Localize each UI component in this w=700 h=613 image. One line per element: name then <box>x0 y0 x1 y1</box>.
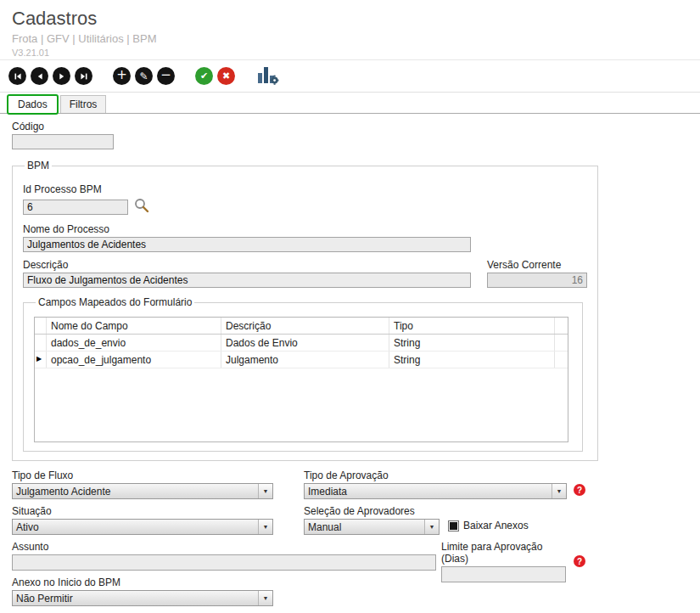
confirm-button[interactable]: ✔ <box>195 67 213 85</box>
breadcrumb: Frota | GFV | Utilitários | BPM <box>12 32 700 45</box>
bpm-groupbox: BPM Id Processo BPM Nome do Processo Des… <box>12 160 598 461</box>
tab-filtros[interactable]: Filtros <box>60 95 107 113</box>
id-processo-field: Id Processo BPM <box>23 183 587 217</box>
search-icon[interactable] <box>133 197 150 217</box>
page-title: Cadastros <box>12 8 700 30</box>
chevron-down-icon: ▼ <box>258 591 272 605</box>
assunto-input[interactable] <box>12 554 436 571</box>
id-processo-input[interactable] <box>23 200 128 215</box>
anexo-inicio-label: Anexo no Inicio do BPM <box>12 576 273 588</box>
codigo-input[interactable] <box>12 134 114 149</box>
toolbar: + ✎ − ✔ ✖ <box>0 60 700 93</box>
nome-processo-field: Nome do Processo <box>23 223 587 252</box>
chevron-down-icon: ▼ <box>424 520 439 534</box>
row-selector <box>35 335 47 351</box>
cell-nome: dados_de_envio <box>47 335 221 351</box>
previous-icon <box>35 71 45 82</box>
pencil-icon: ✎ <box>139 71 148 82</box>
row-selector-arrow-icon: ▶ <box>35 351 47 368</box>
descricao-label: Descrição <box>23 259 471 271</box>
baixar-anexos-checkbox[interactable]: Baixar Anexos <box>448 520 529 531</box>
tipo-aprovacao-field: Tipo de Aprovação Imediata ▼ <box>304 470 567 499</box>
help-icon[interactable]: ? <box>574 555 585 567</box>
selecao-aprovadores-field: Seleção de Aprovadores Manual ▼ <box>304 505 440 535</box>
versao-corrente-label: Versão Corrente <box>487 259 587 271</box>
plus-icon: + <box>116 69 127 82</box>
versao-corrente-field: Versão Corrente <box>487 259 587 288</box>
tab-dados[interactable]: Dados <box>7 94 59 115</box>
cell-tipo: String <box>389 335 555 351</box>
anexo-inicio-field: Anexo no Inicio do BPM Não Permitir ▼ <box>12 576 273 606</box>
campos-group-title: Campos Mapeados do Formulário <box>36 296 194 308</box>
chevron-down-icon: ▼ <box>258 520 272 534</box>
cell-tipo: String <box>389 351 555 368</box>
assunto-field: Assunto <box>12 541 436 571</box>
descricao-field: Descrição <box>23 259 471 288</box>
next-icon <box>57 71 67 82</box>
remove-button[interactable]: − <box>157 67 175 85</box>
nav-first-button[interactable] <box>8 67 26 85</box>
descricao-input[interactable] <box>23 273 471 288</box>
checkbox-box <box>448 520 459 531</box>
nav-next-button[interactable] <box>53 67 70 85</box>
selector-header-cell <box>35 318 47 334</box>
first-icon <box>13 71 23 82</box>
tab-bar: Dados Filtros <box>0 93 700 114</box>
tipo-fluxo-select[interactable]: Julgamento Acidente ▼ <box>12 483 273 499</box>
campos-grid: Nome do Campo Descrição Tipo dados_de_en… <box>34 317 568 442</box>
selecao-aprovadores-label: Seleção de Aprovadores <box>304 505 440 517</box>
tipo-fluxo-field: Tipo de Fluxo Julgamento Acidente ▼ <box>12 470 273 499</box>
nav-previous-button[interactable] <box>31 67 48 85</box>
check-icon: ✔ <box>200 71 208 81</box>
selecao-aprovadores-select[interactable]: Manual ▼ <box>304 519 440 535</box>
chart-settings-button[interactable] <box>257 65 279 87</box>
nome-processo-label: Nome do Processo <box>23 223 587 235</box>
limite-aprovacao-field: Limite para Aprovação (Dias) <box>441 541 566 582</box>
codigo-label: Código <box>12 121 688 132</box>
cell-descricao: Dados de Envio <box>221 335 389 351</box>
versao-corrente-input[interactable] <box>487 273 587 288</box>
nav-last-button[interactable] <box>75 67 92 85</box>
baixar-anexos-label: Baixar Anexos <box>463 520 529 531</box>
limite-aprovacao-input[interactable] <box>441 566 566 582</box>
version-label: V3.21.01 <box>12 48 700 58</box>
descricao-row: Descrição Versão Corrente <box>23 259 587 288</box>
column-header-nome[interactable]: Nome do Campo <box>47 318 221 334</box>
column-header-tipo[interactable]: Tipo <box>389 318 555 334</box>
app-header: Cadastros Frota | GFV | Utilitários | BP… <box>0 0 700 60</box>
grid-header-row: Nome do Campo Descrição Tipo <box>35 318 568 335</box>
chevron-down-icon: ▼ <box>552 484 566 498</box>
edit-button[interactable]: ✎ <box>135 67 153 85</box>
cell-descricao: Julgamento <box>221 351 389 368</box>
chevron-down-icon: ▼ <box>258 484 272 498</box>
assunto-label: Assunto <box>12 541 436 553</box>
tipo-fluxo-label: Tipo de Fluxo <box>12 470 273 481</box>
situacao-label: Situação <box>12 505 273 517</box>
add-button[interactable]: + <box>113 67 131 85</box>
table-row-selected[interactable]: ▶ opcao_de_julgamento Julgamento String <box>35 351 568 368</box>
column-header-filler <box>555 318 568 334</box>
codigo-field: Código <box>12 121 688 149</box>
situacao-field: Situação Ativo ▼ <box>12 505 273 535</box>
id-processo-label: Id Processo BPM <box>23 183 587 195</box>
tipo-aprovacao-label: Tipo de Aprovação <box>304 470 567 481</box>
situacao-select[interactable]: Ativo ▼ <box>12 519 273 535</box>
cell-nome: opcao_de_julgamento <box>47 351 221 368</box>
close-icon: ✖ <box>222 71 230 81</box>
minus-icon: − <box>160 69 171 82</box>
lower-form: Tipo de Fluxo Julgamento Acidente ▼ Tipo… <box>12 470 688 610</box>
cancel-button[interactable]: ✖ <box>217 67 235 85</box>
campos-groupbox: Campos Mapeados do Formulário Nome do Ca… <box>23 296 583 452</box>
last-icon <box>79 71 89 82</box>
help-icon[interactable]: ? <box>574 484 585 496</box>
bpm-group-title: BPM <box>25 160 52 172</box>
table-row[interactable]: dados_de_envio Dados de Envio String <box>35 335 568 351</box>
tipo-aprovacao-select[interactable]: Imediata ▼ <box>304 483 567 499</box>
nome-processo-input[interactable] <box>23 237 471 252</box>
form-area: Código BPM Id Processo BPM Nome do Proce… <box>0 114 700 613</box>
bar-chart-gear-icon <box>257 65 279 85</box>
anexo-inicio-select[interactable]: Não Permitir ▼ <box>12 590 273 606</box>
limite-aprovacao-label: Limite para Aprovação (Dias) <box>441 541 566 565</box>
column-header-descricao[interactable]: Descrição <box>221 318 389 334</box>
